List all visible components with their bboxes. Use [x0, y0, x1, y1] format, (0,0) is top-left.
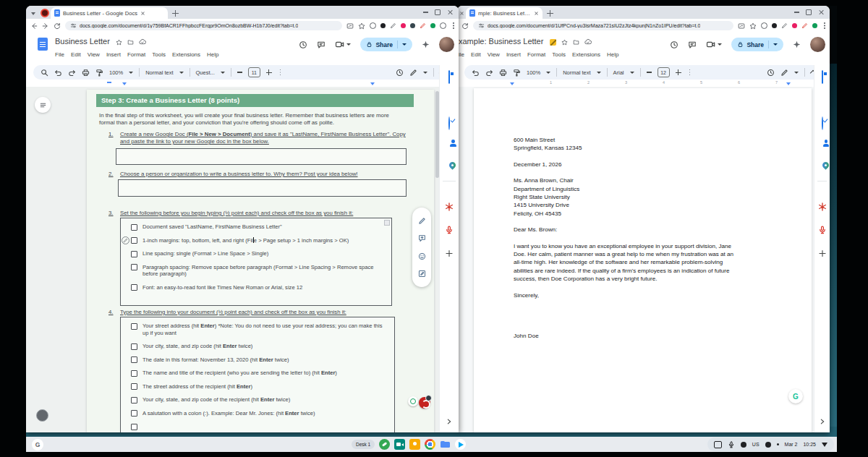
indent-marker-icon[interactable] [122, 82, 127, 85]
bookmark-star-icon[interactable] [358, 22, 365, 30]
docs-logo-icon[interactable] [38, 38, 48, 51]
assist-timer-icon[interactable] [396, 69, 404, 77]
minimize-button[interactable] [794, 12, 799, 12]
meet-call-button[interactable] [706, 40, 722, 49]
menu-item[interactable]: Format [527, 51, 545, 58]
extension-grammarly-icon[interactable] [812, 23, 817, 28]
left-active-tab[interactable]: Business Letter - Google Docs [51, 7, 168, 19]
gemini-sparkle-icon[interactable] [793, 40, 801, 48]
search-menus-icon[interactable] [41, 69, 48, 77]
browser-menu-icon[interactable] [452, 22, 454, 30]
checkbox[interactable] [131, 410, 137, 417]
font-chevron-icon[interactable] [630, 72, 634, 74]
decrease-font-icon[interactable] [647, 72, 652, 72]
menu-item[interactable]: View [88, 51, 100, 58]
share-button[interactable]: Share [360, 38, 412, 51]
checkbox[interactable] [131, 343, 137, 350]
grammarly-icon[interactable]: G [788, 389, 803, 403]
reading-extension-icon[interactable] [419, 397, 430, 409]
version-history-icon[interactable] [299, 40, 307, 49]
version-history-icon[interactable] [670, 40, 678, 49]
account-avatar[interactable] [439, 37, 454, 52]
meet-call-button[interactable] [335, 40, 351, 49]
share-chevron-icon[interactable] [773, 43, 778, 46]
menu-item[interactable]: Edit [471, 51, 481, 58]
undo-icon[interactable] [472, 69, 480, 77]
paint-format-icon[interactable] [513, 69, 521, 77]
menu-item[interactable]: Edit [71, 51, 81, 58]
back-icon[interactable] [30, 22, 38, 30]
menu-item[interactable]: Extensions [172, 51, 200, 58]
bookmark-star-icon[interactable] [749, 22, 757, 30]
tasks-icon[interactable] [822, 117, 823, 130]
share-button[interactable]: Share [731, 38, 783, 51]
maximize-button[interactable] [806, 9, 812, 15]
add-comment-icon[interactable] [418, 234, 426, 242]
asterisk-addon-icon[interactable] [445, 202, 454, 211]
tasks-icon[interactable] [448, 117, 450, 130]
close-button[interactable] [447, 9, 453, 15]
paragraph-style-select[interactable]: Normal text [145, 69, 173, 76]
undo-icon[interactable] [54, 69, 62, 77]
comments-icon[interactable] [317, 40, 326, 49]
left-doc-canvas[interactable]: Step 3: Create a Business Letter (8 poin… [26, 87, 440, 432]
menu-item[interactable]: Help [607, 51, 618, 58]
close-button[interactable] [818, 9, 824, 15]
calendar-icon[interactable] [448, 71, 450, 84]
emoji-reaction-icon[interactable] [418, 252, 426, 260]
chrome-app-icon[interactable] [425, 439, 435, 450]
reload-icon[interactable] [461, 22, 469, 30]
extension-flower-icon[interactable] [401, 23, 406, 28]
style-chevron-icon[interactable] [179, 72, 184, 74]
increase-font-icon[interactable] [266, 69, 272, 75]
calendar-icon[interactable] [822, 71, 823, 84]
maximize-button[interactable] [435, 9, 441, 15]
answer-box-1[interactable] [116, 148, 407, 165]
font-chevron-icon[interactable] [221, 72, 225, 74]
print-icon[interactable] [499, 69, 507, 77]
star-document-icon[interactable] [561, 39, 568, 46]
extension-highlighter-icon[interactable] [390, 22, 396, 29]
indent-marker-icon[interactable] [510, 82, 514, 85]
paragraph-style-select[interactable]: Normal text [563, 69, 590, 76]
checkbox[interactable] [131, 323, 137, 330]
phone-app-icon[interactable] [379, 439, 390, 450]
editing-mode-pen-icon[interactable] [409, 69, 417, 77]
comments-icon[interactable] [688, 40, 697, 49]
increase-font-icon[interactable] [676, 69, 681, 75]
reload-icon[interactable] [54, 22, 61, 30]
checkbox[interactable] [131, 397, 137, 403]
clipped-tab-close-icon[interactable] [460, 12, 464, 16]
forward-icon[interactable] [42, 22, 49, 30]
extension-contrast-icon[interactable] [772, 23, 777, 28]
checkbox[interactable] [131, 251, 137, 257]
extension-loop-icon[interactable] [440, 22, 446, 29]
browser-menu-icon[interactable] [823, 22, 825, 30]
mode-chevron-icon[interactable] [794, 72, 799, 74]
redo-icon[interactable] [68, 69, 76, 77]
style-chevron-icon[interactable] [597, 72, 601, 74]
get-addons-icon[interactable] [818, 249, 826, 257]
letter-page[interactable]: 600 Main StreetSpringfield, Kansas 12345… [474, 88, 812, 432]
new-tab-button[interactable] [172, 10, 179, 17]
suggest-edits-icon[interactable] [418, 270, 426, 278]
extension-red-pen-icon[interactable] [801, 22, 808, 29]
checkbox[interactable] [131, 237, 137, 244]
extension-grammarly-icon[interactable] [430, 23, 435, 28]
zoom-chevron-icon[interactable] [546, 72, 550, 74]
site-info-icon[interactable] [70, 22, 77, 29]
star-document-icon[interactable] [116, 39, 122, 46]
answer-box-2[interactable] [118, 179, 407, 197]
checkbox[interactable] [131, 383, 137, 390]
ruler-marker[interactable] [107, 82, 111, 83]
collapse-panel-icon[interactable] [446, 418, 453, 425]
share-chevron-icon[interactable] [402, 43, 407, 46]
floating-widget-button[interactable] [36, 409, 48, 422]
system-tray[interactable]: US Mar 2 10:25 [707, 437, 834, 451]
menu-item[interactable]: View [488, 51, 500, 58]
checkbox[interactable] [131, 356, 137, 363]
extension-shield-icon[interactable] [761, 22, 767, 29]
menu-item[interactable]: Insert [106, 51, 121, 58]
extension-highlighter-icon[interactable] [781, 22, 788, 29]
tab-close-icon[interactable] [535, 11, 539, 15]
